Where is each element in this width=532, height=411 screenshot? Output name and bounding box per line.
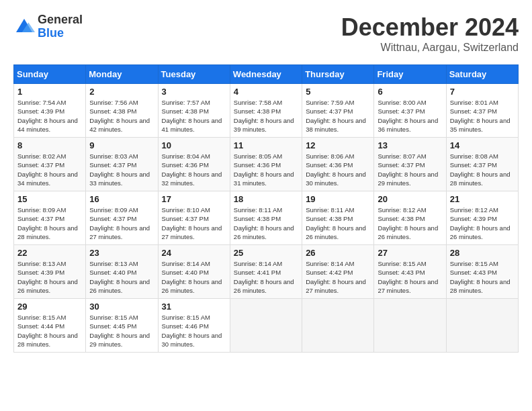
day-number: 12 [306, 140, 370, 150]
month-title: December 2024 [341, 13, 519, 42]
calendar-cell: 24 Sunrise: 8:14 AM Sunset: 4:40 PM Dayl… [158, 245, 230, 299]
calendar-cell: 21 Sunrise: 8:12 AM Sunset: 4:39 PM Dayl… [446, 191, 518, 245]
day-number: 28 [450, 248, 515, 258]
calendar-cell [446, 299, 518, 353]
day-of-week-header: Saturday [446, 65, 518, 84]
calendar-cell: 17 Sunrise: 8:10 AM Sunset: 4:37 PM Dayl… [158, 191, 230, 245]
day-number: 21 [450, 194, 515, 204]
day-info: Sunrise: 8:15 AM Sunset: 4:43 PM Dayligh… [378, 259, 442, 295]
calendar-cell: 14 Sunrise: 8:08 AM Sunset: 4:37 PM Dayl… [446, 138, 518, 191]
day-number: 19 [306, 194, 370, 204]
day-number: 22 [17, 248, 82, 258]
calendar-cell: 4 Sunrise: 7:58 AM Sunset: 4:38 PM Dayli… [230, 84, 302, 138]
calendar-cell: 18 Sunrise: 8:11 AM Sunset: 4:38 PM Dayl… [230, 191, 302, 245]
day-of-week-header: Friday [374, 65, 446, 84]
calendar-cell: 20 Sunrise: 8:12 AM Sunset: 4:38 PM Dayl… [374, 191, 446, 245]
calendar-cell: 25 Sunrise: 8:14 AM Sunset: 4:41 PM Dayl… [230, 245, 302, 299]
day-number: 23 [89, 248, 154, 258]
day-of-week-header: Sunday [14, 65, 86, 84]
calendar-cell: 16 Sunrise: 8:09 AM Sunset: 4:37 PM Dayl… [86, 191, 158, 245]
day-info: Sunrise: 8:14 AM Sunset: 4:41 PM Dayligh… [234, 259, 298, 295]
week-row: 22 Sunrise: 8:13 AM Sunset: 4:39 PM Dayl… [14, 245, 519, 299]
day-number: 27 [378, 248, 442, 258]
calendar-cell: 8 Sunrise: 8:02 AM Sunset: 4:37 PM Dayli… [14, 138, 86, 191]
calendar-cell: 28 Sunrise: 8:15 AM Sunset: 4:43 PM Dayl… [446, 245, 518, 299]
day-of-week-header: Tuesday [158, 65, 230, 84]
day-info: Sunrise: 8:01 AM Sunset: 4:37 PM Dayligh… [450, 98, 515, 134]
calendar-cell: 27 Sunrise: 8:15 AM Sunset: 4:43 PM Dayl… [374, 245, 446, 299]
day-number: 14 [450, 140, 515, 150]
day-info: Sunrise: 7:58 AM Sunset: 4:38 PM Dayligh… [234, 98, 298, 134]
day-info: Sunrise: 8:15 AM Sunset: 4:43 PM Dayligh… [450, 259, 515, 295]
day-info: Sunrise: 7:56 AM Sunset: 4:38 PM Dayligh… [89, 98, 154, 134]
calendar-cell: 30 Sunrise: 8:15 AM Sunset: 4:45 PM Dayl… [86, 299, 158, 353]
day-info: Sunrise: 8:00 AM Sunset: 4:37 PM Dayligh… [378, 98, 442, 134]
calendar-cell: 26 Sunrise: 8:14 AM Sunset: 4:42 PM Dayl… [302, 245, 374, 299]
calendar-cell: 15 Sunrise: 8:09 AM Sunset: 4:37 PM Dayl… [14, 191, 86, 245]
day-info: Sunrise: 8:15 AM Sunset: 4:45 PM Dayligh… [89, 313, 154, 349]
calendar-table: SundayMondayTuesdayWednesdayThursdayFrid… [13, 64, 519, 353]
location-subtitle: Wittnau, Aargau, Switzerland [341, 42, 519, 54]
day-info: Sunrise: 8:02 AM Sunset: 4:37 PM Dayligh… [17, 152, 82, 187]
logo: General Blue [13, 13, 83, 40]
logo-icon [13, 16, 35, 38]
calendar-cell: 2 Sunrise: 7:56 AM Sunset: 4:38 PM Dayli… [86, 84, 158, 138]
day-number: 5 [306, 87, 370, 97]
day-number: 13 [378, 140, 442, 150]
header: General Blue December 2024 Wittnau, Aarg… [13, 13, 519, 54]
days-of-week-row: SundayMondayTuesdayWednesdayThursdayFrid… [14, 65, 519, 84]
day-number: 29 [17, 302, 82, 312]
calendar-cell: 13 Sunrise: 8:07 AM Sunset: 4:37 PM Dayl… [374, 138, 446, 191]
day-number: 17 [162, 194, 226, 204]
day-of-week-header: Wednesday [230, 65, 302, 84]
day-info: Sunrise: 8:14 AM Sunset: 4:40 PM Dayligh… [162, 259, 226, 295]
day-info: Sunrise: 8:12 AM Sunset: 4:38 PM Dayligh… [378, 205, 442, 241]
week-row: 29 Sunrise: 8:15 AM Sunset: 4:44 PM Dayl… [14, 299, 519, 353]
day-info: Sunrise: 8:05 AM Sunset: 4:36 PM Dayligh… [234, 152, 298, 187]
day-info: Sunrise: 8:11 AM Sunset: 4:38 PM Dayligh… [306, 205, 370, 241]
logo-blue-text: Blue [38, 27, 83, 40]
calendar-cell [230, 299, 302, 353]
day-number: 4 [234, 87, 298, 97]
day-info: Sunrise: 8:15 AM Sunset: 4:46 PM Dayligh… [162, 313, 226, 349]
day-info: Sunrise: 8:10 AM Sunset: 4:37 PM Dayligh… [162, 205, 226, 241]
day-info: Sunrise: 8:08 AM Sunset: 4:37 PM Dayligh… [450, 152, 515, 187]
calendar-cell: 29 Sunrise: 8:15 AM Sunset: 4:44 PM Dayl… [14, 299, 86, 353]
logo-general-text: General [38, 13, 83, 27]
day-number: 16 [89, 194, 154, 204]
day-number: 15 [17, 194, 82, 204]
day-number: 3 [162, 87, 226, 97]
day-info: Sunrise: 8:12 AM Sunset: 4:39 PM Dayligh… [450, 205, 515, 241]
calendar-cell: 9 Sunrise: 8:03 AM Sunset: 4:37 PM Dayli… [86, 138, 158, 191]
day-of-week-header: Thursday [302, 65, 374, 84]
day-info: Sunrise: 8:06 AM Sunset: 4:36 PM Dayligh… [306, 152, 370, 187]
day-number: 9 [89, 140, 154, 150]
day-number: 26 [306, 248, 370, 258]
day-number: 10 [162, 140, 226, 150]
calendar-cell: 1 Sunrise: 7:54 AM Sunset: 4:39 PM Dayli… [14, 84, 86, 138]
day-info: Sunrise: 7:57 AM Sunset: 4:38 PM Dayligh… [162, 98, 226, 134]
day-number: 6 [378, 87, 442, 97]
day-info: Sunrise: 8:09 AM Sunset: 4:37 PM Dayligh… [17, 205, 82, 241]
day-info: Sunrise: 8:13 AM Sunset: 4:39 PM Dayligh… [17, 259, 82, 295]
day-number: 2 [89, 87, 154, 97]
day-number: 18 [234, 194, 298, 204]
calendar-cell: 11 Sunrise: 8:05 AM Sunset: 4:36 PM Dayl… [230, 138, 302, 191]
calendar-cell: 22 Sunrise: 8:13 AM Sunset: 4:39 PM Dayl… [14, 245, 86, 299]
day-info: Sunrise: 8:04 AM Sunset: 4:36 PM Dayligh… [162, 152, 226, 187]
week-row: 15 Sunrise: 8:09 AM Sunset: 4:37 PM Dayl… [14, 191, 519, 245]
day-info: Sunrise: 8:14 AM Sunset: 4:42 PM Dayligh… [306, 259, 370, 295]
day-info: Sunrise: 8:09 AM Sunset: 4:37 PM Dayligh… [89, 205, 154, 241]
day-number: 30 [89, 302, 154, 312]
day-number: 24 [162, 248, 226, 258]
day-info: Sunrise: 8:11 AM Sunset: 4:38 PM Dayligh… [234, 205, 298, 241]
calendar-cell: 12 Sunrise: 8:06 AM Sunset: 4:36 PM Dayl… [302, 138, 374, 191]
calendar-cell: 7 Sunrise: 8:01 AM Sunset: 4:37 PM Dayli… [446, 84, 518, 138]
calendar-cell: 31 Sunrise: 8:15 AM Sunset: 4:46 PM Dayl… [158, 299, 230, 353]
day-number: 1 [17, 87, 82, 97]
calendar-cell: 19 Sunrise: 8:11 AM Sunset: 4:38 PM Dayl… [302, 191, 374, 245]
day-info: Sunrise: 8:03 AM Sunset: 4:37 PM Dayligh… [89, 152, 154, 187]
calendar-cell: 23 Sunrise: 8:13 AM Sunset: 4:40 PM Dayl… [86, 245, 158, 299]
week-row: 1 Sunrise: 7:54 AM Sunset: 4:39 PM Dayli… [14, 84, 519, 138]
calendar-cell: 3 Sunrise: 7:57 AM Sunset: 4:38 PM Dayli… [158, 84, 230, 138]
